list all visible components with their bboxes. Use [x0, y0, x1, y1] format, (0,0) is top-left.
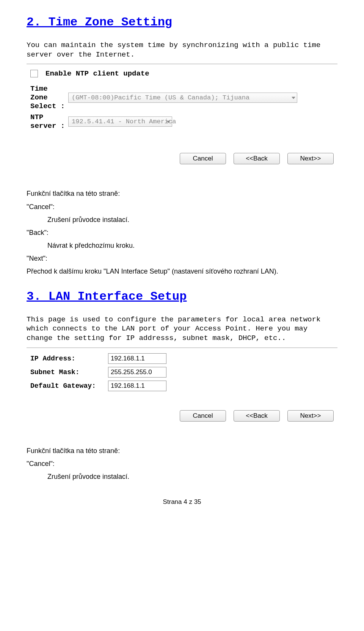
gateway-row: Default Gateway: 192.168.1.1	[30, 381, 337, 391]
mask-label: Subnet Mask:	[30, 368, 108, 376]
button-row-1: Cancel <<Back Next>>	[27, 153, 334, 164]
timezone-row: Time Zone Select : (GMT-08:00)Pacific Ti…	[30, 85, 337, 110]
enable-ntp-checkbox[interactable]	[30, 70, 38, 77]
mask-input[interactable]: 255.255.255.0	[108, 367, 166, 378]
back-button[interactable]: <<Back	[234, 153, 280, 164]
ip-input[interactable]: 192.168.1.1	[108, 353, 166, 364]
czech-block-1: Funkční tlačítka na této straně: "Cancel…	[27, 187, 337, 278]
cancel-button[interactable]: Cancel	[180, 153, 226, 164]
timezone-value: (GMT-08:00)Pacific Time (US & Canada); T…	[72, 94, 249, 101]
ntp-server-label: NTP server :	[30, 113, 68, 131]
cz1-l3: Zrušení průvodce instalací.	[47, 213, 337, 226]
cz1-l4: "Back":	[27, 226, 337, 239]
gateway-input[interactable]: 192.168.1.1	[108, 381, 166, 391]
button-row-2: Cancel <<Back Next>>	[27, 410, 334, 422]
next-button[interactable]: Next>>	[287, 153, 334, 164]
next-button[interactable]: Next>>	[287, 410, 334, 422]
ip-label: IP Address:	[30, 355, 108, 362]
cancel-button[interactable]: Cancel	[180, 410, 226, 422]
section3-desc: This page is used to configure the param…	[27, 315, 337, 343]
timezone-select[interactable]: (GMT-08:00)Pacific Time (US & Canada); T…	[68, 93, 297, 103]
cz1-l1: Funkční tlačítka na této straně:	[27, 187, 337, 200]
cz1-l6: "Next":	[27, 252, 337, 265]
cz1-l2: "Cancel":	[27, 200, 337, 213]
ntp-server-row: NTP server : 192.5.41.41 - North America	[30, 113, 337, 131]
cz2-l2: "Cancel":	[27, 457, 337, 470]
section2-title: 2. Time Zone Setting	[27, 15, 337, 29]
enable-ntp-label: Enable NTP client update	[46, 69, 149, 78]
page-footer: Strana 4 z 35	[27, 498, 337, 506]
cz2-l3: Zrušení průvodce instalací.	[47, 470, 337, 483]
timezone-label: Time Zone Select :	[30, 85, 68, 110]
mask-row: Subnet Mask: 255.255.255.0	[30, 367, 337, 378]
section2-desc: You can maintain the system time by sync…	[27, 41, 337, 59]
ntp-server-select[interactable]: 192.5.41.41 - North America	[68, 116, 172, 127]
section3-title: 3. LAN Interface Setup	[27, 290, 337, 304]
czech-block-2: Funkční tlačítka na této straně: "Cancel…	[27, 444, 337, 483]
divider	[27, 64, 337, 64]
back-button[interactable]: <<Back	[234, 410, 280, 422]
chevron-down-icon	[166, 121, 170, 123]
cz1-l7: Přechod k dalšímu kroku "LAN Interface S…	[27, 265, 337, 278]
divider	[27, 348, 337, 348]
gateway-label: Default Gateway:	[30, 382, 108, 390]
cz2-l1: Funkční tlačítka na této straně:	[27, 444, 337, 457]
ntp-server-value: 192.5.41.41 - North America	[72, 118, 176, 125]
enable-ntp-row: Enable NTP client update	[30, 69, 337, 78]
cz1-l5: Návrat k předchozímu kroku.	[47, 239, 337, 252]
chevron-down-icon	[292, 97, 295, 99]
ip-row: IP Address: 192.168.1.1	[30, 353, 337, 364]
